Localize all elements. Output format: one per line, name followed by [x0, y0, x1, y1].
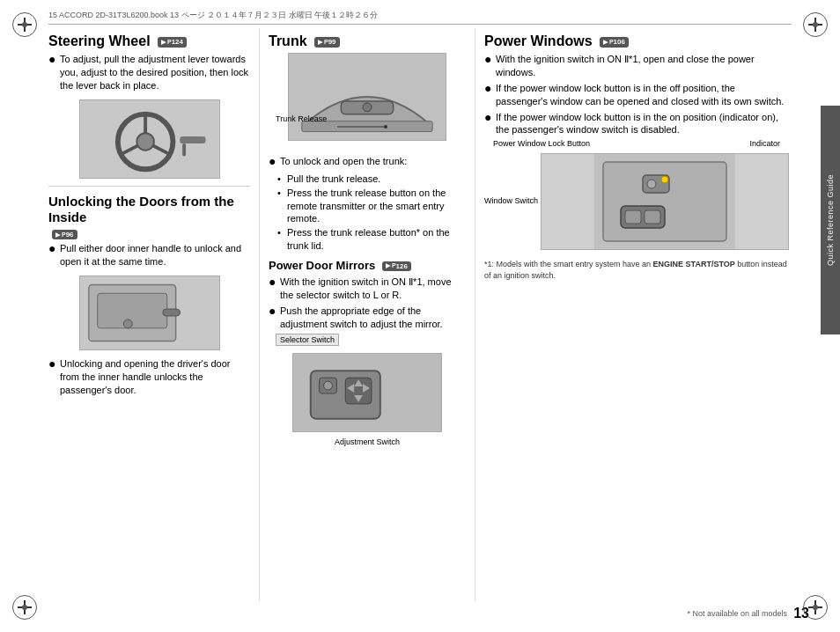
- svg-rect-29: [603, 162, 726, 241]
- trunk-page-ref: 99: [314, 37, 340, 48]
- bullet-dot: ●: [269, 153, 277, 170]
- power-windows-section: Power Windows 106 ● With the ignition sw…: [484, 33, 789, 281]
- steering-wheel-svg: [80, 100, 219, 178]
- bullet-dot: ●: [484, 80, 493, 97]
- pw-labels-row: Power Window Lock Button Indicator: [484, 139, 789, 148]
- svg-point-12: [123, 320, 132, 328]
- bullet-dot: ●: [269, 303, 277, 320]
- power-windows-page-ref: 106: [600, 37, 629, 48]
- indicator-label: Indicator: [749, 139, 780, 148]
- pdm-bullet-1: ● With the ignition switch in ON Ⅱ*1, mo…: [269, 276, 466, 302]
- trunk-sub-1: • Pull the trunk release.: [277, 173, 466, 185]
- power-door-mirrors-section: Power Door Mirrors 126 ● With the igniti…: [269, 259, 466, 446]
- metadata-bar: 15 ACCORD 2D-31T3L6200.book 13 ページ ２０１４年…: [48, 9, 792, 25]
- middle-column: Trunk 99 Tr: [260, 28, 475, 601]
- svg-point-31: [647, 180, 656, 188]
- svg-rect-34: [625, 210, 641, 224]
- svg-rect-11: [162, 309, 180, 316]
- corner-decoration-br: [798, 590, 833, 625]
- unlocking-doors-page-ref: 96: [52, 230, 77, 239]
- trunk-image-wrap: Trunk Release: [269, 53, 466, 141]
- mirror-svg: [293, 353, 441, 432]
- svg-rect-35: [645, 210, 660, 224]
- svg-rect-7: [182, 143, 186, 157]
- corner-decoration-bl: [7, 590, 42, 625]
- not-available-note: * Not available on all models: [687, 609, 787, 618]
- trunk-section: Trunk 99 Tr: [269, 33, 466, 252]
- unlocking-doors-section: Unlocking the Doors from the Inside 96 ●…: [48, 194, 250, 397]
- left-column: Steering Wheel 124 ● To adjust, pull the…: [40, 28, 260, 601]
- side-tab-label: Quick Reference Guide: [826, 174, 835, 266]
- power-windows-title: Power Windows 106: [484, 33, 789, 49]
- side-tab: Quick Reference Guide: [821, 106, 840, 334]
- bullet-dot: ●: [484, 109, 493, 126]
- svg-point-32: [661, 176, 668, 183]
- main-content: Steering Wheel 124 ● To adjust, pull the…: [40, 28, 815, 601]
- trunk-sub-2: • Press the trunk release button on the …: [277, 187, 466, 224]
- window-image-wrap: Window Switch: [484, 150, 789, 254]
- trunk-sub-3: • Press the trunk release button* on the…: [277, 226, 466, 252]
- pdm-bullet-2: ● Push the appropriate edge of the adjus…: [269, 305, 466, 331]
- footnote: *1: Models with the smart entry system h…: [484, 259, 789, 281]
- mirror-image-wrap: Selector Switch: [269, 334, 466, 446]
- svg-point-5: [136, 133, 154, 151]
- svg-point-22: [324, 381, 333, 390]
- pw-bullet-1: ● With the ignition switch in ON Ⅱ*1, op…: [484, 53, 789, 79]
- pw-bullet-3: ● If the power window lock button is in …: [484, 111, 789, 137]
- trunk-release-label: Trunk Release: [276, 114, 327, 123]
- steering-wheel-title: Steering Wheel 124: [48, 33, 250, 49]
- selector-switch-label: Selector Switch: [276, 334, 339, 346]
- svg-point-18: [384, 125, 387, 129]
- window-svg: [594, 153, 735, 250]
- steering-wheel-page-ref: 124: [158, 37, 187, 48]
- trunk-title: Trunk 99: [269, 33, 466, 49]
- pw-bullet-2: ● If the power window lock button is in …: [484, 82, 789, 108]
- adjustment-switch-label: Adjustment Switch: [269, 437, 466, 446]
- unlocking-doors-title: Unlocking the Doors from the Inside: [48, 194, 250, 225]
- bullet-dot: ●: [48, 51, 57, 68]
- svg-rect-6: [180, 136, 205, 143]
- power-door-mirrors-title: Power Door Mirrors 126: [269, 259, 466, 273]
- mirror-image: [292, 353, 442, 432]
- door-svg: [80, 276, 219, 350]
- trunk-bullet-0: ● To unlock and open the trunk:: [269, 155, 466, 170]
- bullet-dot: ●: [484, 51, 493, 68]
- right-column: Power Windows 106 ● With the ignition sw…: [475, 28, 815, 601]
- bullet-dot: ●: [48, 356, 57, 372]
- window-image-row: Window Switch: [484, 150, 789, 254]
- steering-wheel-section: Steering Wheel 124 ● To adjust, pull the…: [48, 33, 250, 179]
- svg-point-16: [363, 103, 372, 112]
- bullet-dot: ●: [269, 274, 277, 290]
- corner-decoration-tr: [798, 7, 833, 42]
- power-door-mirrors-page-ref: 126: [382, 261, 411, 272]
- unlocking-bullet-1: ● Pull either door inner handle to unloc…: [48, 242, 250, 268]
- file-info: 15 ACCORD 2D-31T3L6200.book 13 ページ ２０１４年…: [48, 10, 378, 21]
- unlocking-bullet-2: ● Unlocking and opening the driver's doo…: [48, 357, 250, 397]
- lock-button-label: Power Window Lock Button: [493, 139, 590, 148]
- corner-decoration-tl: [7, 7, 42, 42]
- steering-bullet-1: ● To adjust, pull the adjustment lever t…: [48, 53, 250, 92]
- steering-wheel-image: [79, 99, 220, 179]
- window-image: [541, 153, 789, 250]
- window-switch-label: Window Switch: [484, 196, 538, 207]
- trunk-release-line: [337, 118, 390, 136]
- bullet-dot: ●: [48, 240, 57, 257]
- col-divider: [48, 186, 250, 187]
- door-image: [79, 276, 220, 350]
